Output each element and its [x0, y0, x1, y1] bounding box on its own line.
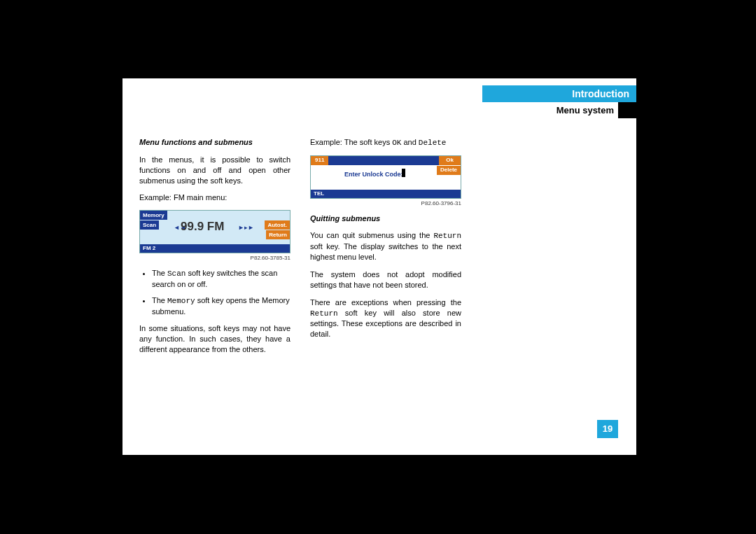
text-cursor-icon: [402, 169, 405, 177]
tel-top-bar: [311, 156, 461, 165]
column-right: Example: The soft keys OK and Delete 911…: [310, 137, 461, 362]
paragraph: In some situations, soft keys may not ha…: [139, 323, 290, 355]
manual-page: Introduction Menu system Menu functions …: [122, 78, 636, 455]
heading-menu-functions: Menu functions and submenus: [139, 137, 290, 148]
seek-right-icon: ►▸►: [238, 223, 254, 232]
header-section-row: Menu system: [482, 102, 636, 118]
header-chapter: Introduction: [482, 85, 636, 102]
text: You can quit submenus using the: [310, 231, 433, 239]
text: soft key. The display switches to the ne…: [310, 242, 461, 261]
text: The: [152, 269, 167, 277]
fm-frequency: 99.9 FM: [181, 219, 224, 235]
list-item: The Memory soft key opens the Memory sub…: [152, 295, 290, 317]
softkey-name: Delete: [419, 139, 447, 147]
tel-status-bar: TEL: [311, 190, 461, 198]
bullet-list: The Scan soft key switches the scan sear…: [139, 268, 290, 316]
softkey-return: Return: [266, 230, 290, 239]
unlock-prompt: Enter Unlock Code:: [344, 170, 403, 178]
content-columns: Menu functions and submenus In the menus…: [139, 137, 475, 362]
page-number: 19: [597, 420, 618, 438]
softkey-memory: Memory: [140, 211, 167, 220]
text: The: [152, 296, 167, 304]
text: and: [401, 138, 418, 146]
figure-reference: P82.60-3796-31: [310, 200, 461, 208]
paragraph: The system does not adopt modified setti…: [310, 269, 461, 290]
column-left: Menu functions and submenus In the menus…: [139, 137, 290, 362]
list-item: The Scan soft key switches the scan sear…: [152, 268, 290, 290]
text: There are exceptions when pressing the: [310, 298, 461, 307]
heading-quitting-submenus: Quitting submenus: [310, 213, 461, 224]
paragraph: In the menus, it is possible to switch f…: [139, 155, 290, 186]
tel-unlock-figure: 911 Ok Delete Enter Unlock Code: TEL: [310, 155, 461, 199]
figure-reference: P82.60-3785-31: [139, 255, 290, 262]
paragraph: You can quit submenus using the Return s…: [310, 230, 461, 262]
paragraph: Example: FM main menu:: [139, 192, 290, 203]
softkey-scan: Scan: [140, 220, 159, 230]
header-tab-marker: [618, 102, 636, 118]
softkey-autost: Autost.: [265, 220, 290, 230]
fm-status-bar: FM 2: [140, 244, 290, 253]
softkey-delete: Delete: [437, 166, 461, 175]
header-section: Menu system: [482, 102, 618, 118]
page-header: Introduction Menu system: [482, 85, 636, 118]
softkey-name: Return: [433, 232, 461, 240]
fm-main-menu-figure: Memory Scan ◄◄ 99.9 FM ►▸► Autost. Retur…: [139, 210, 290, 253]
softkey-ok: Ok: [439, 156, 461, 165]
softkey-name: OK: [392, 139, 401, 147]
softkey-911: 911: [311, 156, 328, 165]
softkey-name: Memory: [167, 297, 195, 305]
paragraph: Example: The soft keys OK and Delete: [310, 137, 461, 148]
text: Example: The soft keys: [310, 138, 392, 146]
softkey-name: Return: [310, 309, 338, 318]
paragraph: There are exceptions when pressing the R…: [310, 297, 461, 339]
softkey-name: Scan: [167, 269, 186, 278]
